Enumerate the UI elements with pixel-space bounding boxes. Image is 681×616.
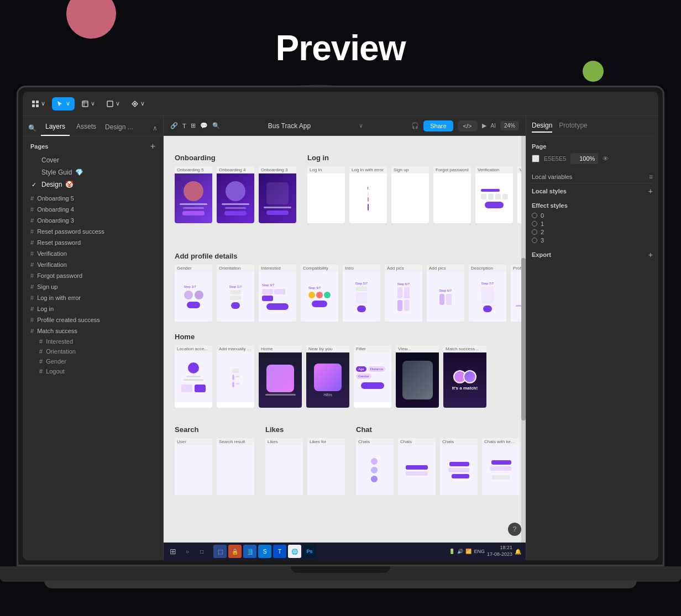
screen-card[interactable]: Match success... It's a match! bbox=[443, 345, 486, 408]
win-start-icon[interactable]: ⊞ bbox=[168, 546, 178, 556]
canvas-headphone-icon[interactable]: 🎧 bbox=[411, 122, 419, 129]
code-button[interactable]: </> bbox=[458, 120, 478, 131]
taskbar-app-explorer[interactable]: ⬚ bbox=[213, 545, 227, 558]
design-canvas[interactable]: Onboarding Onboarding 5 Onboarding 4 bbox=[164, 136, 526, 543]
layer-verification-1[interactable]: # Verification bbox=[25, 248, 161, 259]
canvas-icon-link[interactable]: 🔗 bbox=[170, 122, 178, 129]
screen-card[interactable]: Interested Step 3/7 bbox=[259, 265, 296, 322]
search-icon[interactable]: 🔍 bbox=[28, 124, 36, 132]
screen-card[interactable]: Chats bbox=[440, 438, 478, 495]
screen-card[interactable]: User bbox=[175, 438, 212, 495]
effect-dot[interactable] bbox=[532, 238, 537, 243]
canvas-dropdown-icon[interactable]: ∨ bbox=[359, 122, 363, 129]
layer-sign-up[interactable]: # Sign up bbox=[25, 281, 161, 292]
pen-tool-btn[interactable]: ∨ bbox=[127, 97, 149, 110]
screen-card[interactable]: Add manually a... bbox=[217, 345, 254, 408]
panel-expand-icon[interactable]: ∧ bbox=[153, 124, 158, 132]
layer-forgot-password[interactable]: # Forgot password bbox=[25, 270, 161, 281]
screen-card[interactable]: Chats bbox=[356, 438, 394, 495]
page-visibility-icon[interactable]: 👁 bbox=[603, 155, 609, 162]
sub-layer-interested[interactable]: # Interested bbox=[25, 336, 161, 346]
taskbar-app-ps[interactable]: Ps bbox=[303, 545, 316, 558]
screen-card[interactable]: Near by you Hifzs bbox=[306, 345, 349, 408]
screen-card[interactable]: Chats bbox=[398, 438, 436, 495]
effect-dot[interactable] bbox=[532, 229, 537, 235]
screen-card[interactable]: Forgot password bbox=[433, 166, 471, 223]
screen-card[interactable]: Chats with keybo... bbox=[482, 438, 520, 495]
win-search-icon[interactable]: ○ bbox=[182, 546, 192, 556]
screen-card[interactable]: Likes for bbox=[307, 438, 345, 495]
tab-design[interactable]: Design bbox=[532, 122, 552, 133]
frame-tool-btn[interactable]: ∨ bbox=[77, 97, 99, 110]
screen-card[interactable]: Log In with error bbox=[349, 166, 387, 223]
layer-onboarding-5[interactable]: # Onboarding 5 bbox=[25, 193, 161, 204]
canvas-icon-comment[interactable]: 💬 bbox=[200, 122, 208, 129]
effect-dot[interactable] bbox=[532, 221, 537, 227]
export-add-button[interactable]: + bbox=[648, 250, 653, 259]
page-item-cover[interactable]: Cover bbox=[27, 154, 159, 166]
taskbar-app-trello[interactable]: T bbox=[273, 545, 286, 558]
sub-layer-gender[interactable]: # Gender bbox=[25, 356, 161, 366]
tab-prototype[interactable]: Prototype bbox=[559, 122, 587, 133]
page-item-design[interactable]: ✓ Design 🤡 bbox=[27, 178, 159, 191]
sub-layer-logout[interactable]: # Logout bbox=[25, 366, 161, 376]
local-variables-icon[interactable]: ≡ bbox=[649, 173, 653, 181]
tab-layers[interactable]: Layers bbox=[41, 120, 70, 136]
taskbar-app-lock[interactable]: 🔒 bbox=[228, 545, 242, 558]
play-icon[interactable]: ▶ bbox=[482, 122, 486, 129]
zoom-level[interactable]: 24% bbox=[500, 121, 519, 130]
share-button[interactable]: Share bbox=[423, 120, 453, 131]
screen-card[interactable]: Onboarding 3 bbox=[259, 166, 296, 223]
canvas-icon-search[interactable]: 🔍 bbox=[212, 122, 220, 129]
add-page-button[interactable]: + bbox=[150, 142, 155, 151]
taskbar-app-chrome[interactable]: 🌐 bbox=[288, 545, 301, 558]
screen-card[interactable]: Compatibility Step 4/7 bbox=[301, 265, 338, 322]
screen-card[interactable]: Location acce... bbox=[175, 345, 212, 408]
layer-reset-password[interactable]: # Reset password bbox=[25, 237, 161, 248]
screen-card[interactable]: Description Step 7/7 bbox=[469, 265, 506, 322]
screen-card[interactable]: Intro Step 5/7 bbox=[343, 265, 380, 322]
page-name-style-guid: Style Guid bbox=[41, 169, 72, 176]
screen-card[interactable]: Onboarding 5 bbox=[175, 166, 212, 223]
canvas-icon-text[interactable]: T bbox=[182, 123, 186, 129]
screen-card[interactable]: Log In bbox=[307, 166, 345, 223]
screen-card[interactable]: Verification bbox=[475, 166, 513, 223]
screen-card[interactable]: Home bbox=[259, 345, 302, 408]
page-color-swatch[interactable] bbox=[532, 155, 539, 162]
layer-match-success[interactable]: # Match success bbox=[25, 325, 161, 336]
help-button[interactable]: ? bbox=[508, 523, 521, 536]
win-task-icon[interactable]: □ bbox=[197, 546, 207, 556]
layer-profile-created[interactable]: # Profile created success bbox=[25, 314, 161, 325]
layer-onboarding-4[interactable]: # Onboarding 4 bbox=[25, 204, 161, 215]
arrow-tool-btn[interactable]: ∨ bbox=[52, 97, 75, 110]
tab-design[interactable]: Design ... bbox=[103, 121, 135, 135]
canvas-scrollbar[interactable] bbox=[521, 136, 526, 543]
taskbar-app-blue[interactable]: 📘 bbox=[243, 545, 256, 558]
layer-log-in-with-error[interactable]: # Log in with error bbox=[25, 292, 161, 303]
shape-tool-btn[interactable]: ∨ bbox=[102, 97, 124, 110]
taskbar-app-skype[interactable]: S bbox=[258, 545, 271, 558]
win-notification-btn[interactable]: 🔔 bbox=[515, 549, 521, 555]
effect-dot[interactable] bbox=[532, 213, 537, 218]
local-styles-add-button[interactable]: + bbox=[648, 187, 653, 196]
screen-card[interactable]: Gender Step 1/7 bbox=[175, 265, 212, 322]
screen-card[interactable]: Sign up bbox=[391, 166, 429, 223]
tab-assets[interactable]: Assets bbox=[72, 120, 101, 136]
layer-reset-password-success[interactable]: # Reset password success bbox=[25, 226, 161, 237]
layer-log-in[interactable]: # Log in bbox=[25, 303, 161, 314]
screen-card[interactable]: View... bbox=[396, 345, 439, 408]
screen-card[interactable]: Add pics Step 6/7 bbox=[427, 265, 464, 322]
canvas-icon-grid[interactable]: ⊞ bbox=[191, 122, 196, 129]
grid-tool-btn[interactable]: ∨ bbox=[27, 97, 50, 110]
screen-card[interactable]: Filter AgeDistanceGender bbox=[354, 345, 391, 408]
layer-onboarding-3[interactable]: # Onboarding 3 bbox=[25, 215, 161, 226]
screen-card[interactable]: Onboarding 4 bbox=[217, 166, 254, 223]
screen-card[interactable]: Add pics Step 6/7 bbox=[385, 265, 422, 322]
page-item-style-guid[interactable]: Style Guid 💎 bbox=[27, 166, 159, 178]
sub-layer-orientation[interactable]: # Orientation bbox=[25, 346, 161, 356]
screen-card[interactable]: Likes bbox=[265, 438, 303, 495]
screen-card[interactable]: Orientation Step 2/7 bbox=[217, 265, 254, 322]
layer-verification-2[interactable]: # Verification bbox=[25, 259, 161, 270]
ai-icon[interactable]: AI bbox=[491, 123, 496, 129]
screen-card[interactable]: Search result bbox=[217, 438, 254, 495]
